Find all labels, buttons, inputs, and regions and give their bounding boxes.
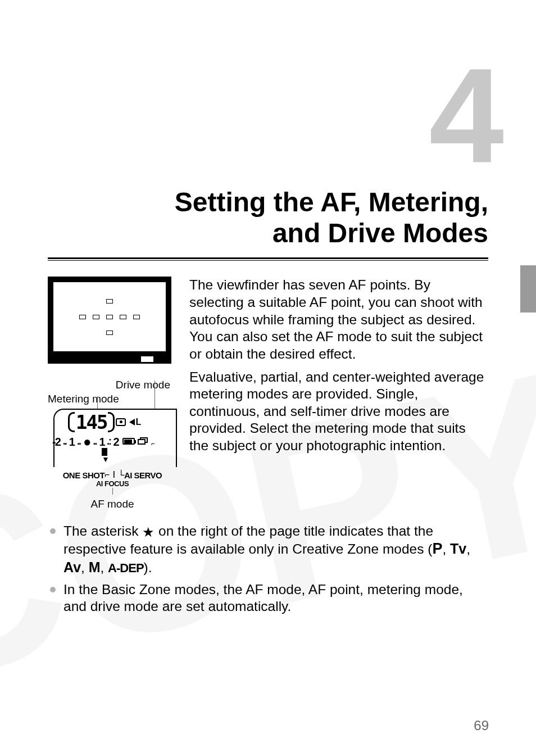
mode-p-icon: P	[432, 540, 442, 557]
battery-icon	[122, 438, 135, 445]
bullet-icon	[50, 528, 56, 534]
title-line-2: and Drive Modes	[272, 218, 488, 248]
title-rule-thin	[48, 260, 488, 261]
bullet-icon	[50, 587, 56, 592]
chapter-number: 4	[48, 62, 499, 170]
bullet-1: The asterisk ★ on the right of the page …	[63, 523, 488, 577]
intro-paragraph-2: Evaluative, partial, and center-weighted…	[189, 369, 488, 455]
label-drive-mode: Drive mode	[48, 378, 170, 392]
title-line-1: Setting the AF, Metering,	[175, 187, 488, 217]
star-icon: ★	[142, 524, 155, 540]
intro-paragraph-1: The viewfinder has seven AF points. By s…	[189, 277, 488, 363]
label-af-mode: AF mode	[48, 498, 177, 510]
drive-mode-icon	[138, 437, 149, 445]
af-point	[120, 315, 126, 319]
metering-mode-icon	[116, 418, 126, 426]
quality-icon: L	[129, 417, 141, 427]
lcd-illustration: 145 L -2..1..●..1.:2 ⌐ ▼ ONE S	[48, 409, 177, 510]
mode-tv-icon: Tv	[450, 541, 466, 556]
af-point	[106, 315, 113, 319]
af-point	[106, 331, 113, 335]
af-point	[93, 315, 99, 319]
af-point	[106, 299, 113, 304]
af-mode-ai-focus: AI FOCUS	[48, 479, 177, 488]
page-number: 69	[474, 718, 489, 734]
exposure-scale: -2..1..●..1.:2	[52, 433, 119, 449]
bullet-2: In the Basic Zone modes, the AF mode, AF…	[63, 581, 488, 615]
af-point	[79, 315, 86, 319]
title-rule-thick	[48, 257, 488, 259]
page-title: Setting the AF, Metering, and Drive Mode…	[48, 187, 488, 248]
mode-m-icon: M	[89, 559, 101, 575]
label-metering-mode: Metering mode	[48, 392, 177, 406]
lcd-shots-remaining: 145	[76, 411, 107, 433]
af-point	[133, 315, 140, 319]
viewfinder-illustration	[48, 277, 171, 364]
mode-av-icon: Av	[63, 559, 81, 575]
mode-adep-icon: A-DEP	[108, 561, 143, 575]
